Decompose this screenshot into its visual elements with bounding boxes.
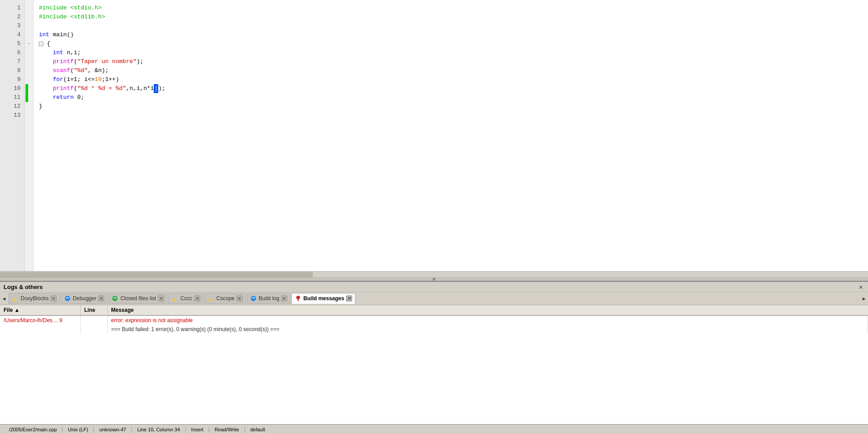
panel-resize-handle[interactable] <box>0 277 868 281</box>
tab-close-button[interactable]: ✕ <box>98 295 104 302</box>
gutter-row <box>25 4 33 13</box>
table-cell-file <box>0 325 80 334</box>
tab-close-button[interactable]: ✕ <box>281 295 287 302</box>
tab-close-button[interactable]: ✕ <box>158 295 164 302</box>
table-row[interactable]: === Build failed: 1 error(s), 0 warning(… <box>0 325 868 334</box>
cursor: | <box>154 84 158 93</box>
code-token: #include <stdlib.h> <box>39 13 105 21</box>
bookmark-marker <box>25 84 28 93</box>
code-line-7: printf("Taper un nombre"); <box>39 57 863 66</box>
line-number: 6 <box>0 48 24 57</box>
tab-cscope[interactable]: Cscope ✕ <box>204 293 246 304</box>
column-header-message[interactable]: Message <box>107 305 868 315</box>
code-token: ;1++) <box>101 75 119 84</box>
code-token: ( <box>74 57 77 66</box>
line-numbers: 1 2 3 4 5 6 7 8 9 10 11 12 13 <box>0 0 25 271</box>
line-number: 10 <box>0 84 24 93</box>
code-line-2: #include <stdlib.h> <box>39 13 863 21</box>
tab-doxyblocks[interactable]: DoxyBlocks ✕ <box>8 293 60 304</box>
code-token: int <box>39 48 63 57</box>
status-bar: /2005/Exer2/main.cpp Unix (LF) unknown-4… <box>0 424 868 434</box>
gutter-row <box>25 21 33 30</box>
code-token: , &n); <box>88 66 109 75</box>
code-token: #include <stdio.h> <box>39 4 101 13</box>
code-line-5: − { <box>39 39 863 48</box>
table-row[interactable]: /Users/Marco-lh/Des… 9 error: expression… <box>0 315 868 325</box>
pencil-icon <box>207 295 215 302</box>
code-token: return <box>39 93 74 102</box>
code-token: ); <box>158 84 165 93</box>
tab-cccc[interactable]: Cccc ✕ <box>168 293 203 304</box>
status-encoding: unknown-47 <box>94 427 132 432</box>
code-token: 0; <box>74 93 84 102</box>
column-header-line[interactable]: Line <box>80 305 107 315</box>
code-token: n,i; <box>63 48 81 57</box>
circle-green-icon <box>111 295 118 302</box>
tab-close-button[interactable]: ✕ <box>236 295 243 302</box>
tabs-scroll-right-button[interactable]: ▶ <box>860 293 868 304</box>
collapse-button[interactable]: − <box>25 39 33 48</box>
code-line-6: int n,i; <box>39 48 863 57</box>
status-project: default <box>245 427 270 432</box>
status-mode: Insert <box>186 427 210 432</box>
tab-close-button[interactable]: ✕ <box>346 295 352 302</box>
gutter-row <box>25 13 33 21</box>
scrollbar-thumb[interactable] <box>0 272 313 277</box>
code-token: int <box>39 30 49 39</box>
code-token: for <box>39 75 63 84</box>
table-cell-file: /Users/Marco-lh/Des… 9 <box>0 315 80 325</box>
line-number: 2 <box>0 13 24 21</box>
collapse-button[interactable]: − <box>39 42 43 46</box>
logs-panel-close-button[interactable]: ✕ <box>857 283 864 290</box>
tab-label: Cccc <box>180 295 192 302</box>
tab-close-button[interactable]: ✕ <box>194 295 200 302</box>
code-token: 10 <box>95 75 102 84</box>
messages-table-area[interactable]: File ▲ Line Message /Users/Marco-lh/Des…… <box>0 305 868 424</box>
tab-close-button[interactable]: ✕ <box>51 295 57 302</box>
tab-build-log[interactable]: Build log ✕ <box>247 293 291 304</box>
code-token: ( <box>74 84 77 93</box>
code-line-3 <box>39 21 863 30</box>
bookmark-marker <box>25 93 28 102</box>
tab-label: Build messages <box>303 295 344 302</box>
line-number: 11 <box>0 93 24 102</box>
circle-blue-icon <box>64 295 71 302</box>
tab-closed-files[interactable]: Closed files list ✕ <box>108 293 167 304</box>
code-token: ); <box>136 57 143 66</box>
tab-build-messages[interactable]: Build messages ✕ <box>291 293 355 304</box>
logs-panel-title: Logs & others <box>4 284 42 290</box>
tab-label: Debugger <box>73 295 97 302</box>
column-header-file[interactable]: File ▲ <box>0 305 80 315</box>
gutter-row <box>25 75 33 84</box>
svg-point-6 <box>251 296 256 301</box>
logs-panel-header: Logs & others ✕ <box>0 282 868 292</box>
code-token: "%d * %d = %d" <box>77 84 126 93</box>
status-cursor-position: Line 10, Column 34 <box>132 427 185 432</box>
code-line-8: scanf("%d", &n); <box>39 66 863 75</box>
tab-label: Build log <box>259 295 279 302</box>
editor-area: 1 2 3 4 5 6 7 8 9 10 11 12 13 − <box>0 0 868 277</box>
tabs-scroll-left-button[interactable]: ◀ <box>0 293 8 304</box>
code-token: main() <box>49 30 74 39</box>
code-token: printf <box>39 84 74 93</box>
code-token: printf <box>39 57 74 66</box>
tab-label: Closed files list <box>120 295 156 302</box>
code-token: "%d" <box>74 66 88 75</box>
tab-label: DoxyBlocks <box>21 295 49 302</box>
code-token: scanf <box>39 66 70 75</box>
tab-label: Cscope <box>216 295 235 302</box>
horizontal-scrollbar[interactable] <box>0 271 868 277</box>
code-line-10: printf("%d * %d = %d",n,i,n*i|); <box>39 84 863 93</box>
line-number: 8 <box>0 66 24 75</box>
resize-dot <box>433 278 435 281</box>
svg-rect-5 <box>209 298 212 302</box>
pencil-icon <box>171 295 178 302</box>
table-cell-message: error: expression is not assignable <box>107 315 868 325</box>
code-editor[interactable]: #include <stdio.h> #include <stdlib.h> i… <box>34 0 868 271</box>
svg-rect-4 <box>173 298 176 302</box>
code-line-4: int main() <box>39 30 863 39</box>
code-line-12: } <box>39 102 863 111</box>
logs-tabs-bar: ◀ DoxyBlocks ✕ Debugger ✕ Closed files l… <box>0 292 868 305</box>
tab-debugger[interactable]: Debugger ✕ <box>61 293 108 304</box>
svg-rect-0 <box>13 298 17 302</box>
